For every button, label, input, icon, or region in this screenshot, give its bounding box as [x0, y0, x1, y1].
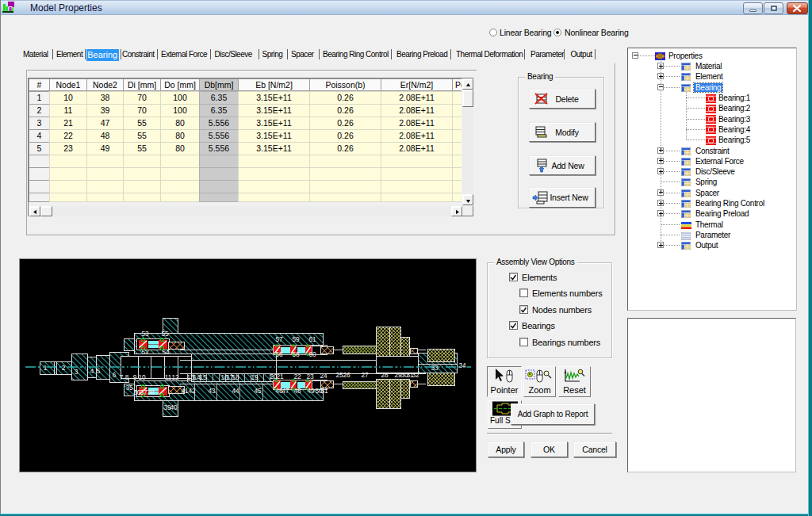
- svg-text:54: 54: [162, 348, 170, 356]
- svg-text:34: 34: [458, 361, 466, 369]
- svg-text:10: 10: [138, 373, 146, 381]
- svg-text:21: 21: [276, 373, 284, 380]
- svg-text:45: 45: [254, 387, 262, 395]
- svg-text:15: 15: [199, 373, 207, 381]
- svg-text:27: 27: [361, 371, 369, 379]
- svg-text:3: 3: [75, 368, 79, 376]
- svg-text:2: 2: [62, 364, 66, 372]
- svg-text:32: 32: [412, 371, 419, 379]
- svg-text:12: 12: [171, 373, 179, 381]
- svg-text:51: 51: [320, 387, 328, 395]
- svg-text:58: 58: [292, 350, 300, 358]
- svg-text:26: 26: [343, 371, 350, 379]
- svg-text:28: 28: [381, 371, 389, 379]
- svg-text:48: 48: [293, 387, 301, 395]
- svg-text:59: 59: [292, 335, 300, 343]
- svg-text:42: 42: [188, 387, 196, 395]
- svg-text:22: 22: [293, 373, 301, 380]
- svg-text:40: 40: [170, 403, 178, 411]
- svg-text:61: 61: [308, 335, 316, 343]
- svg-text:23: 23: [306, 373, 314, 380]
- svg-text:53: 53: [141, 330, 149, 338]
- svg-text:49: 49: [307, 387, 315, 395]
- svg-text:47: 47: [282, 387, 289, 395]
- svg-text:56: 56: [275, 350, 283, 358]
- svg-text:52: 52: [141, 348, 149, 356]
- svg-text:1: 1: [44, 364, 48, 372]
- svg-text:33: 33: [431, 364, 439, 372]
- svg-text:6: 6: [113, 371, 117, 379]
- svg-text:11: 11: [165, 373, 172, 381]
- svg-text:18: 18: [232, 373, 239, 381]
- svg-text:38: 38: [147, 388, 155, 396]
- svg-text:24: 24: [320, 372, 327, 380]
- svg-text:43: 43: [208, 387, 216, 395]
- svg-text:9: 9: [133, 373, 137, 381]
- svg-text:19: 19: [251, 373, 259, 381]
- svg-text:7: 7: [120, 373, 124, 381]
- svg-text:44: 44: [232, 387, 239, 395]
- svg-text:4: 4: [90, 367, 94, 375]
- svg-text:60: 60: [308, 350, 316, 358]
- svg-text:55: 55: [161, 330, 169, 338]
- svg-text:35: 35: [125, 384, 133, 392]
- svg-text:5: 5: [97, 367, 101, 375]
- svg-text:57: 57: [275, 335, 283, 343]
- svg-text:8: 8: [125, 373, 129, 381]
